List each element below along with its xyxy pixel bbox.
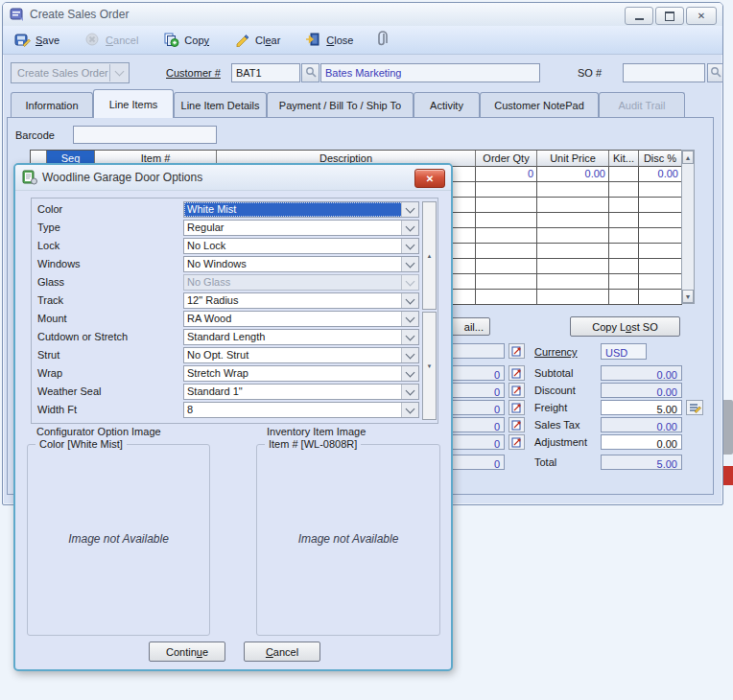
dialog-titlebar: Woodline Garage Door Options ✕	[15, 165, 451, 191]
combobox-value: 8	[187, 404, 193, 415]
option-label: Mount	[37, 313, 67, 324]
edit-detail-button[interactable]	[508, 343, 525, 359]
chevron-down-icon	[109, 64, 128, 82]
tab-payment-billto-shipto[interactable]: Payment / Bill To / Ship To	[267, 92, 414, 117]
grid-scrollbar[interactable]: ▲ ▼	[681, 150, 695, 304]
chevron-down-icon[interactable]	[401, 239, 418, 253]
restore-button[interactable]	[655, 7, 684, 25]
tab-information[interactable]: Information	[11, 92, 93, 117]
windows-combobox[interactable]: No Windows	[183, 256, 419, 272]
discount-label: Discount	[534, 385, 576, 396]
save-button[interactable]: Save	[14, 32, 59, 49]
so-search-button[interactable]	[707, 63, 723, 82]
combobox-value: No Windows	[187, 258, 247, 269]
adjustment-input[interactable]: 0.00	[601, 434, 682, 450]
continue-button[interactable]: Continue	[149, 642, 225, 662]
chevron-down-icon[interactable]	[401, 221, 418, 235]
search-icon	[305, 66, 317, 80]
close-window-button[interactable]: Close	[305, 32, 353, 49]
cancel-label: Cancel	[106, 35, 138, 46]
glass-combobox: No Glass	[183, 274, 419, 291]
width-ft-combobox[interactable]: 8	[183, 402, 419, 418]
chevron-down-icon[interactable]	[401, 385, 418, 399]
dialog-close-button[interactable]: ✕	[414, 169, 445, 188]
col-kit[interactable]: Kit...	[609, 151, 639, 167]
sales-tax-field: 0.00	[601, 417, 682, 432]
tab-activity[interactable]: Activity	[414, 92, 480, 117]
option-label: Windows	[37, 258, 81, 269]
col-unit-price[interactable]: Unit Price	[537, 151, 609, 167]
copy-lost-so-button[interactable]: Copy Lost SO	[570, 316, 680, 337]
scroll-up-icon[interactable]: ▲	[682, 151, 694, 164]
chevron-down-icon[interactable]	[401, 293, 418, 308]
freight-input[interactable]: 5.00	[601, 400, 682, 415]
mode-select-value: Create Sales Order	[17, 67, 108, 79]
combobox-value: Standard 1"	[187, 385, 243, 397]
chevron-down-icon[interactable]	[401, 366, 418, 381]
col-disc[interactable]: Disc %	[639, 151, 682, 167]
strut-combobox[interactable]: No Opt. Strut	[183, 347, 419, 363]
edit-detail-button[interactable]	[508, 417, 525, 432]
wrap-combobox[interactable]: Stretch Wrap	[183, 365, 419, 382]
cell-order-qty: 0	[476, 167, 537, 182]
option-label: Cutdown or Stretch	[37, 331, 128, 342]
option-label: Strut	[37, 349, 59, 361]
scroll-down-icon[interactable]: ▼	[682, 290, 694, 303]
save-label: Save	[35, 35, 59, 46]
app-icon	[10, 7, 25, 24]
mount-combobox[interactable]: RA Wood	[183, 311, 419, 327]
cancel-dialog-button[interactable]: Cancel	[244, 642, 320, 662]
options-group: ColorWhite Mist TypeRegular LockNo Lock …	[31, 198, 438, 424]
edit-detail-button[interactable]	[508, 434, 525, 450]
cutdown-combobox[interactable]: Standard Length	[183, 329, 419, 345]
options-scroll-down-button[interactable]: ▼	[422, 312, 437, 420]
type-combobox[interactable]: Regular	[183, 220, 419, 236]
option-label: Glass	[37, 276, 64, 288]
adjustment-label: Adjustment	[534, 436, 587, 448]
combobox-value: No Glass	[187, 276, 230, 288]
minimize-button[interactable]	[625, 7, 653, 25]
tab-line-item-details[interactable]: Line Item Details	[174, 92, 267, 117]
chevron-down-icon[interactable]	[401, 312, 418, 326]
toolbar: Save Cancel Copy Clear Close	[3, 26, 722, 55]
freight-edit-button[interactable]	[686, 400, 703, 415]
close-button[interactable]: ✕	[686, 7, 717, 25]
chevron-down-icon[interactable]	[401, 330, 418, 344]
currency-field: USD	[601, 343, 647, 360]
edit-detail-button[interactable]	[508, 383, 525, 398]
configurator-image-header: Configurator Option Image	[36, 426, 161, 437]
combobox-value: Standard Length	[187, 331, 265, 342]
customer-code-field[interactable]: BAT1	[231, 63, 300, 82]
combobox-value: Regular	[187, 222, 225, 233]
tab-line-items[interactable]: Line Items	[93, 89, 174, 118]
tab-customer-notepad[interactable]: Customer NotePad	[480, 92, 599, 117]
lock-combobox[interactable]: No Lock	[183, 238, 419, 254]
currency-link[interactable]: Currency	[534, 346, 578, 358]
combobox-value: 12" Radius	[187, 294, 238, 306]
barcode-input[interactable]	[73, 126, 217, 144]
configurator-image-box: Color [White Mist] Image not Available	[27, 444, 210, 636]
weather-seal-combobox[interactable]: Standard 1"	[183, 384, 419, 400]
options-scroll-up-button[interactable]: ▲	[422, 201, 437, 310]
edit-detail-button[interactable]	[508, 400, 525, 415]
clear-label: Clear	[255, 35, 280, 46]
col-order-qty[interactable]: Order Qty	[476, 151, 537, 167]
so-number-field[interactable]	[623, 63, 705, 82]
customer-search-button[interactable]	[301, 63, 319, 82]
copy-button[interactable]: Copy	[163, 32, 209, 49]
color-combobox[interactable]: White Mist	[183, 201, 419, 218]
chevron-down-icon[interactable]	[401, 202, 418, 217]
chevron-down-icon[interactable]	[401, 348, 418, 362]
attachment-paperclip-icon[interactable]	[378, 31, 390, 50]
close-label: Close	[326, 35, 353, 46]
image-placeholder: Image not Available	[257, 532, 439, 546]
track-combobox[interactable]: 12" Radius	[183, 292, 419, 309]
chevron-down-icon[interactable]	[401, 403, 418, 417]
combobox-value: No Opt. Strut	[187, 349, 248, 361]
mode-select: Create Sales Order	[11, 62, 130, 83]
edit-detail-button[interactable]	[508, 365, 525, 381]
clear-button[interactable]: Clear	[234, 32, 280, 49]
chevron-down-icon[interactable]	[401, 257, 418, 271]
option-label: Type	[37, 222, 60, 233]
so-number-label: SO #	[578, 67, 602, 79]
